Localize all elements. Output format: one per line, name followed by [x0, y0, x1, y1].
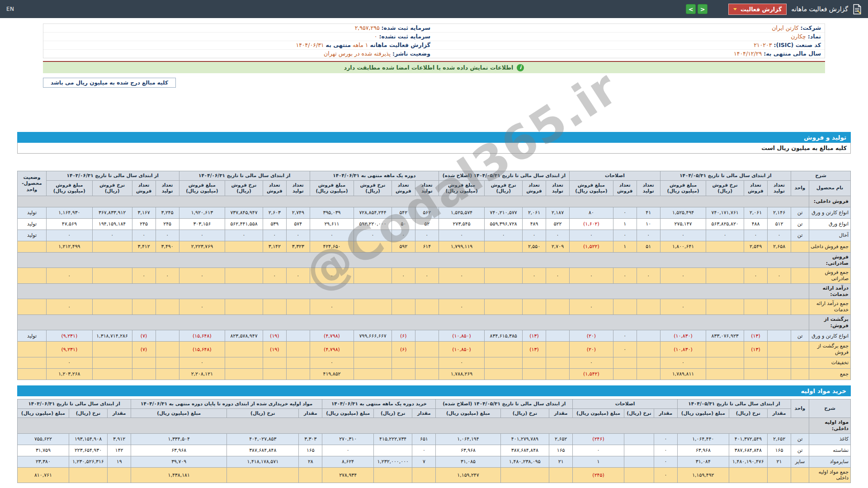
value-cell [485, 342, 523, 357]
value-cell: ۲۷۰,۳۱۰ [322, 433, 374, 445]
value-cell: تن [791, 330, 809, 342]
value-cell: ۲۱ [549, 456, 573, 467]
value-cell: (۲۴۵) [573, 467, 624, 483]
language-switch-en[interactable]: EN [6, 6, 14, 12]
chevron-down-icon [733, 8, 737, 10]
column-header: تعداد تولید [415, 180, 439, 196]
value-cell: ۰ [179, 299, 225, 315]
value-cell: ۰ [310, 357, 354, 368]
value-cell [768, 342, 791, 357]
info-field: گزارش فعالیت ماهانه ۱ ماهه منتهی به ۱۴۰۴… [43, 41, 434, 50]
value-cell [108, 467, 131, 483]
column-header: نرخ (ریال) [227, 408, 299, 418]
column-header: از ابتدای سال مالی تا تاریخ ۱۴۰۴/۰۶/۳۱ [179, 171, 310, 181]
value-cell: ۸۰ [570, 207, 613, 218]
value-cell [156, 330, 179, 342]
value-cell: ۲,۱۸۷ [546, 207, 570, 218]
value-cell: ۰ [660, 357, 706, 368]
value-cell: ۰ [225, 230, 263, 241]
value-cell [624, 456, 654, 467]
value-cell: ۳,۲۴۵ [156, 207, 179, 218]
value-cell: ۰ [179, 230, 225, 241]
value-cell: ۴۰۴,۰۲۷,۸۵۳ [227, 433, 299, 445]
nav-back-button[interactable]: < [686, 4, 696, 14]
value-cell: ۱,۴۸۰,۱۹۰,۴۷۶ [729, 456, 767, 467]
value-cell: ۶۱۴ [415, 241, 439, 252]
value-cell: ۱۹ [108, 456, 131, 467]
value-cell [18, 299, 47, 315]
value-cell [286, 342, 310, 357]
info-label: سرمایه ثبت نشده: [379, 33, 430, 40]
value-cell: ۲,۷۰۹ [546, 241, 570, 252]
value-cell: (۴,۷۹۸) [310, 330, 354, 342]
column-header: مبلغ فروش (میلیون ریال) [570, 180, 613, 196]
nav-forward-button[interactable]: > [698, 4, 708, 14]
value-cell [768, 330, 791, 342]
value-cell [624, 467, 654, 483]
value-cell [744, 357, 768, 368]
value-cell: ۱,۱۶۴,۹۳۰ [47, 207, 93, 218]
row-label-cell: فروش داخلی: [809, 196, 851, 207]
value-cell: ۰ [768, 230, 791, 241]
report-document-icon[interactable] [853, 4, 862, 14]
value-cell: ۳۱,۰۸۵ [436, 456, 500, 467]
value-cell: ۵۹۲ [392, 241, 415, 252]
value-cell [637, 330, 660, 342]
value-cell: ۰ [523, 268, 546, 284]
value-cell: ۰ [546, 230, 570, 241]
value-cell [523, 368, 546, 380]
row-label-cell: انواع کارتن و ورق [809, 330, 851, 342]
value-cell: ۰ [415, 230, 439, 241]
column-header: از ابتدای سال مالی تا تاریخ ۱۴۰۴/۰۵/۳۱ (… [439, 171, 569, 181]
column-header: واحد [791, 180, 809, 196]
column-header: مقدار [768, 408, 791, 418]
column-header: نرخ (ریال) [374, 408, 412, 418]
value-cell [92, 342, 132, 357]
value-cell [791, 368, 809, 380]
value-cell: ۲۱ [768, 456, 791, 467]
column-header: اصلاحات [573, 399, 678, 408]
info-field: شرکت: کارتن ایران [434, 24, 825, 33]
value-cell: ۰ [47, 268, 93, 284]
sales-subtitle: کلیه مبالغ به میلیون ریال است [17, 143, 851, 154]
value-cell: ۵۶۲ [415, 207, 439, 218]
sales-table: شرحاز ابتدای سال مالی تا تاریخ ۱۴۰۴/۰۵/۳… [17, 171, 851, 380]
value-cell: ۲,۵۴۹ [744, 241, 768, 252]
value-cell [485, 299, 523, 315]
total-row: جمع۱,۷۸۹,۸۱۱(۱,۵۴۲)۱,۷۸۸,۲۶۹۴۱۹,۸۵۲۲,۲۰۸… [18, 368, 851, 380]
report-type-select[interactable]: گزارش فعالیت [728, 4, 787, 15]
value-cell [500, 467, 549, 483]
value-cell [706, 268, 744, 284]
row-label-cell: فروش صادراتی: [809, 252, 851, 268]
value-cell: ۱۹۴,۱۵۹,۱۸۴ [92, 218, 132, 230]
value-cell: ۲,۶۵۲ [549, 433, 573, 445]
value-cell [613, 357, 637, 368]
value-cell [18, 268, 47, 284]
column-header: از ابتدای سال مالی تا تاریخ ۱۴۰۳/۰۶/۳۱ [47, 171, 179, 181]
value-cell: ۰ [654, 467, 677, 483]
column-header: از ابتدای سال مالی تا تاریخ ۱۴۰۳/۰۶/۳۱ [18, 399, 131, 408]
value-cell: تن [791, 207, 809, 218]
section-row: برگشت از فروش: [18, 314, 851, 330]
info-value[interactable]: کارتن ایران [772, 24, 798, 31]
column-header: مبلغ (میلیون ریال) [677, 408, 729, 418]
value-cell: ۰ [523, 230, 546, 241]
row-label-cell: جمع [809, 368, 851, 380]
section-row: درآمد ارائه خدمات: [18, 283, 851, 299]
value-cell: ۱,۷۸۹,۸۱۱ [660, 368, 706, 380]
amounts-note-row: کلیه مبالغ درج شده به میلیون ریال می باش… [43, 78, 825, 88]
value-cell [18, 196, 809, 207]
value-cell: ۶۵۱ [412, 433, 436, 445]
value-cell: ۶۳,۹۶۸ [131, 445, 227, 456]
value-cell [415, 330, 439, 342]
product-row: انواع کارتن و ورقتن(۱۳)۸۳۳,۰۷۶,۹۲۳(۱۰,۸۳… [18, 330, 851, 342]
value-cell [225, 368, 263, 380]
value-cell: ۳۰۳,۱۵۶ [179, 218, 225, 230]
info-field: کد صنعت (ISIC): ۲۱۰۲۰۳ [434, 41, 825, 50]
column-header: از ابتدای سال مالی تا تاریخ ۱۴۰۴/۰۵/۳۱ [677, 399, 791, 408]
value-cell: ۸,۶۲۴ [322, 456, 374, 467]
value-cell: ۱,۵۲۵,۵۷۴ [439, 207, 485, 218]
value-cell: ۴۸۹ [523, 218, 546, 230]
value-cell: ۳,۴۹۰ [156, 241, 179, 252]
value-cell: (۱۳) [744, 330, 768, 342]
